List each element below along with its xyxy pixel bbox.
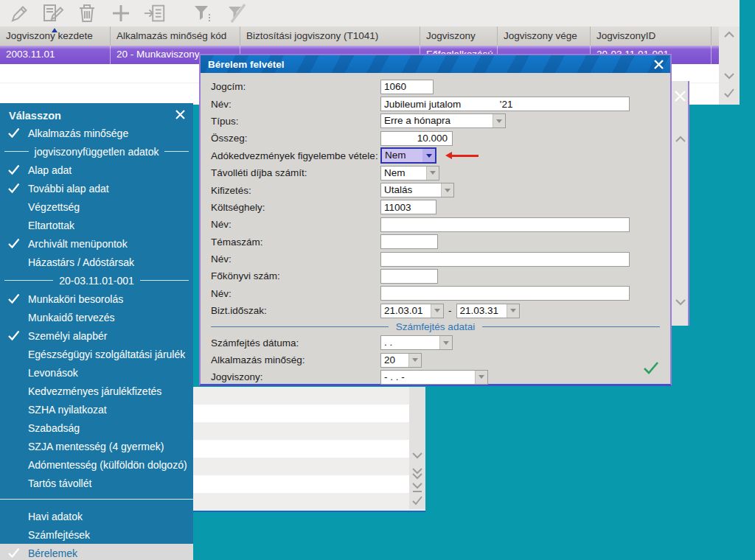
dropdown[interactable]: . . [380, 335, 453, 350]
sidebar-item-szja-mentesség-4-gyermek-[interactable]: SZJA mentesség (4 gyermek) [0, 437, 193, 455]
sidebar-item-tartós-távollét[interactable]: Tartós távollét [0, 474, 193, 492]
ok-check-icon[interactable] [642, 360, 660, 378]
dropdown[interactable]: Erre a hónapra [380, 113, 506, 128]
list-item [193, 475, 425, 493]
table-header: Jogviszony kezdeteAlkalmazás minőség kód… [0, 27, 719, 46]
field-label: Név: [201, 253, 380, 265]
chevron-down-icon[interactable] [507, 304, 519, 318]
sidebar-item-adómentesség-külföldön-dolgozó-[interactable]: Adómentesség (külföldön dolgozó) [0, 455, 193, 474]
text-input[interactable] [380, 200, 436, 214]
dropdown[interactable]: Utalás [380, 183, 454, 197]
field-label: Témaszám: [201, 237, 380, 248]
delete-icon[interactable] [75, 2, 99, 24]
text-input[interactable] [380, 269, 438, 284]
sidebar-item-szabadság[interactable]: Szabadság [0, 419, 193, 437]
sidebar-item-alap-adat[interactable]: Alap adat [0, 161, 193, 179]
sidebar-item-label: Munkaidő tervezés [28, 312, 115, 323]
close-icon[interactable] [653, 59, 664, 70]
close-icon[interactable] [175, 109, 186, 122]
range-separator: - [448, 305, 452, 316]
toolbar [0, 0, 740, 27]
text-input[interactable] [380, 234, 438, 249]
sidebar-item-munkaköri-besorolás[interactable]: Munkaköri besorolás [0, 290, 193, 308]
chevron-down-icon[interactable] [441, 183, 453, 197]
sidebar-item-házastárs-adóstársak[interactable]: Házastárs / Adóstársak [0, 253, 193, 271]
filter-icon[interactable] [190, 2, 214, 24]
sidebar-item-levonások[interactable]: Levonások [0, 363, 193, 382]
dialog-title: Bérelem felvétel [208, 59, 285, 70]
sidebar-item-további-alap-adat[interactable]: További alap adat [0, 179, 193, 197]
sidebar-item-label: Archivált menüpontok [28, 238, 128, 250]
sidebar-item-label: Kedvezményes járulékfizetés [28, 385, 161, 397]
chevron-down-icon[interactable] [493, 114, 505, 127]
sidebar-item-label: Személyi alapbér [28, 330, 107, 342]
chevron-down-icon[interactable] [422, 149, 435, 162]
sidebar-item-label: SZHA nyilatkozat [28, 404, 107, 416]
sidebar-item-label: Tartós távollét [28, 477, 91, 489]
dropdown-value: 21.03.31 [457, 304, 507, 318]
sidebar-item-bérelemek[interactable]: Bérelemek [0, 544, 193, 560]
clear-filter-icon[interactable] [224, 2, 248, 24]
column-header[interactable]: Jogviszony vége [498, 27, 591, 46]
sidebar-item-munkaidő-tervezés[interactable]: Munkaidő tervezés [0, 308, 193, 326]
field-label: Főkönyvi szám: [201, 270, 380, 281]
double-chevron-down-icon[interactable] [411, 466, 424, 480]
chevron-up-icon[interactable] [723, 29, 736, 41]
chevron-down-icon[interactable] [426, 167, 439, 180]
chevron-down-end-icon[interactable] [411, 481, 424, 494]
dropdown-value: Erre a hónapra [381, 114, 493, 127]
dropdown[interactable]: - . . - [380, 370, 488, 385]
dropdown[interactable]: Nem [380, 147, 436, 164]
chevron-down-icon[interactable] [431, 304, 443, 318]
chevron-up-icon[interactable] [674, 134, 687, 147]
dropdown[interactable]: 20 [380, 353, 422, 368]
edit-record-icon[interactable] [41, 2, 65, 24]
sidebar-section-separator: 20-03.11.01-001 [0, 271, 193, 290]
sidebar-item-személyi-alapbér[interactable]: Személyi alapbér [0, 326, 193, 345]
text-input[interactable] [380, 286, 630, 301]
check-icon[interactable] [411, 494, 424, 508]
text-input[interactable] [380, 80, 434, 94]
chevron-down-icon[interactable] [408, 354, 421, 367]
text-input[interactable] [380, 97, 630, 111]
column-header[interactable]: Alkalmazás minőség kód [111, 27, 240, 46]
dropdown[interactable]: Nem [380, 166, 439, 181]
sidebar-item-eltartottak[interactable]: Eltartottak [0, 216, 193, 234]
field-label: Jogcím: [201, 81, 380, 92]
sidebar-item-végzettség[interactable]: Végzettség [0, 197, 193, 216]
sidebar-item-alkalmazás-minősége[interactable]: Alkalmazás minősége [0, 124, 193, 142]
sidebar-item-label: További alap adat [28, 183, 109, 195]
check-icon[interactable] [723, 87, 736, 99]
edit-icon[interactable] [7, 2, 31, 24]
form-row: Adókedvezmények figyelembe vétele:Nem [201, 147, 670, 164]
chevron-down-icon[interactable] [411, 450, 424, 463]
sidebar-item-label: Adómentesség (külföldön dolgozó) [28, 459, 187, 471]
chevron-down-icon[interactable] [674, 297, 687, 310]
chevron-down-icon[interactable] [723, 71, 736, 83]
sidebar-item-kedvezményes-járulékfizetés[interactable]: Kedvezményes járulékfizetés [0, 382, 193, 400]
text-input[interactable] [380, 252, 630, 267]
column-header[interactable]: Biztosítási jogviszony (T1041) [240, 27, 420, 46]
text-input[interactable] [380, 217, 630, 232]
chevron-down-icon[interactable] [475, 371, 487, 384]
check-icon [7, 329, 21, 343]
sidebar-divider [0, 492, 193, 507]
chevron-down-icon[interactable] [439, 336, 452, 349]
text-input[interactable] [380, 131, 453, 146]
copy-record-icon[interactable] [143, 2, 167, 24]
dropdown-value: 20 [381, 354, 408, 367]
dropdown[interactable]: 21.03.01 [380, 304, 444, 318]
sidebar-item-számfejtések[interactable]: Számfejtések [0, 525, 193, 544]
sidebar-item-szha-nyilatkozat[interactable]: SZHA nyilatkozat [0, 400, 193, 419]
column-header[interactable]: JogviszonyID [591, 27, 711, 46]
sidebar-item-havi-adatok[interactable]: Havi adatok [0, 507, 193, 525]
add-icon[interactable] [109, 2, 133, 24]
dropdown[interactable]: 21.03.31 [456, 304, 520, 318]
column-header[interactable]: Jogviszony [420, 27, 498, 46]
form-row: Témaszám: [201, 234, 670, 251]
close-icon[interactable] [674, 90, 686, 105]
sidebar-item-archivált-menüpontok[interactable]: Archivált menüpontok [0, 234, 193, 253]
sidebar-item-egészségügyi-szolgáltatási-járulék[interactable]: Egészségügyi szolgáltatási járulék [0, 345, 193, 363]
list-item [193, 405, 425, 422]
sidebar-item-label: Szabadság [28, 422, 80, 434]
